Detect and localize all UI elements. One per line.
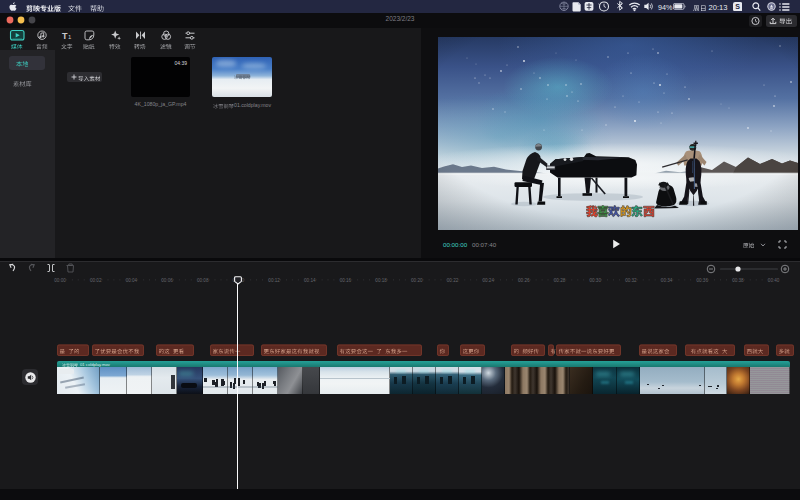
svg-text:00:34: 00:34 bbox=[661, 278, 673, 283]
svg-text:00:30: 00:30 bbox=[589, 278, 601, 283]
svg-text:00:12: 00:12 bbox=[268, 278, 280, 283]
svg-text:00:14: 00:14 bbox=[304, 278, 316, 283]
svg-text:00:06: 00:06 bbox=[161, 278, 173, 283]
svg-text:00:38: 00:38 bbox=[732, 278, 744, 283]
svg-text:00:00: 00:00 bbox=[54, 278, 66, 283]
svg-text:00:24: 00:24 bbox=[482, 278, 494, 283]
svg-text:00:36: 00:36 bbox=[696, 278, 708, 283]
svg-text:00:02: 00:02 bbox=[90, 278, 102, 283]
svg-text:00:32: 00:32 bbox=[625, 278, 637, 283]
svg-text:00:08: 00:08 bbox=[197, 278, 209, 283]
svg-text:00:40: 00:40 bbox=[768, 278, 780, 283]
svg-text:00:28: 00:28 bbox=[554, 278, 566, 283]
svg-text:1: 1 bbox=[68, 34, 72, 40]
svg-text:00:20: 00:20 bbox=[411, 278, 423, 283]
svg-text:00:04: 00:04 bbox=[126, 278, 138, 283]
svg-text:00:22: 00:22 bbox=[447, 278, 459, 283]
svg-text:00:26: 00:26 bbox=[518, 278, 530, 283]
svg-text:00:18: 00:18 bbox=[375, 278, 387, 283]
svg-text:00:16: 00:16 bbox=[340, 278, 352, 283]
svg-text:S: S bbox=[735, 3, 740, 10]
